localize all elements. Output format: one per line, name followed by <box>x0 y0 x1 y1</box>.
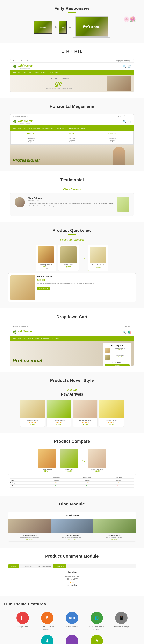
mega-nav-5[interactable]: PROMO PAGE <box>69 128 79 129</box>
blog-preview: Latest News Top 5 Natural Skincare Disco… <box>8 512 136 542</box>
mega-col-item-7[interactable]: Face Mask <box>53 140 91 141</box>
cart-search-icon[interactable]: 🔍 <box>123 330 126 334</box>
mega-col-item-4[interactable]: Body Scrub <box>12 141 51 143</box>
add-to-cart-button[interactable]: Add to Cart <box>37 287 50 290</box>
mega-nav: OUR COLLECTIONS SKIN ROUTINES BLOGGERS' … <box>11 126 133 131</box>
blog-post-1: Top 5 Natural Skincare Discover the best… <box>9 519 51 541</box>
mega-col-item-5[interactable]: Face Wash <box>53 136 91 138</box>
mega-banner: Professional <box>11 144 133 165</box>
checkout-button[interactable]: Checkout <box>104 364 130 366</box>
mega-col-item-11[interactable]: Hair Oil <box>93 140 132 141</box>
mega-search-icon[interactable]: 🔍 <box>123 120 126 123</box>
cart-dropdown: Shopping Cart Soothing Body Oil $24.00 N… <box>103 343 131 366</box>
mega-col-item-6[interactable]: Face Cream <box>53 138 91 140</box>
blog-post-title-3: Organic vs Natural <box>95 534 134 536</box>
mega-col-item-9[interactable]: Shampoo <box>93 136 132 138</box>
blog-post-3: Organic vs Natural What is the differenc… <box>93 519 135 541</box>
feature-label-1: Google Fonts <box>12 626 33 628</box>
mega-col-title-2: FACE CARE <box>53 133 91 135</box>
cart-item-1: Soothing Body Oil $24.00 <box>104 348 130 354</box>
comment-tab-specification[interactable]: SPECIFICATION <box>36 564 54 568</box>
ltr-section: LTR + RTL My Account Contact Us Language… <box>0 42 144 98</box>
ltr-divider <box>68 55 76 55</box>
cart-preview: My Account Contact Us Language ▾ 🌿 Wild … <box>10 325 134 366</box>
compare-header-label <box>10 476 41 478</box>
cart-nav-2[interactable]: SKIN ROUTINES <box>28 338 39 339</box>
compare-img-3 <box>88 449 106 468</box>
mega-col-item-10[interactable]: Conditioner <box>93 138 132 140</box>
comment-tabs: Jennifer DESCRIPTION SPECIFICATION REVIE… <box>9 564 135 568</box>
mega-nav-1[interactable]: OUR COLLECTIONS <box>13 128 26 129</box>
cart-bag-icon[interactable]: 🛍️ <box>128 330 131 334</box>
cart-top-right: Language ▾ <box>124 326 131 327</box>
mega-col-item-8[interactable]: Eye Cream <box>53 141 91 143</box>
cart-nav-4[interactable]: BLOG <box>55 338 58 339</box>
comment-tab-jennifer[interactable]: Jennifer <box>9 564 19 568</box>
ltr-title: LTR + RTL <box>4 49 140 54</box>
mega-nav-2[interactable]: SKIN ROUTINES <box>29 128 40 129</box>
mega-cart-icon[interactable]: 🛒 <box>128 120 131 123</box>
mega-col-1: BODY CARE Body Wash Body Lotion Body Oil… <box>12 133 51 143</box>
hover-product-price-3: $29.00 <box>74 424 96 425</box>
product-old-price-1: $30.00 <box>38 268 54 269</box>
cart-icon[interactable]: 🛒 <box>128 65 131 68</box>
cart-logo-sub: Natural Cosmetics <box>18 333 32 334</box>
hover-section: Products Hover Style Natural New Arrival… <box>0 372 144 433</box>
hover-products: Soothing Body Oil ★★★★★ $24.00 Honey Bod… <box>8 400 136 427</box>
feature-item-8: ⚑ Font Awesome <box>86 635 107 644</box>
compare-col-1: Lemon Oil <box>41 476 72 478</box>
new-arrivals-subtitle: New Arrivals <box>4 392 140 396</box>
search-icon[interactable]: 🔍 <box>123 65 126 68</box>
compare-val-2-2: ★★★★☆ <box>72 482 103 484</box>
compare-label-1: Price <box>10 479 41 481</box>
mega-nav-4[interactable]: MEGA COLS ▾ <box>57 128 67 129</box>
cart-item-img-1 <box>104 348 110 353</box>
feature-label-3: SEO Optimized <box>62 626 82 628</box>
nav-item-1[interactable]: OUR COLLECTIONS <box>13 72 26 74</box>
cart-item-info-2: Natural Candle $18.00 <box>111 355 130 360</box>
megamenu-title: Horizontal Megamenu <box>4 104 140 109</box>
blog-post-excerpt-3: What is the difference between... <box>95 536 134 538</box>
quickview-arrow-icon: → <box>81 255 86 261</box>
blog-header: Latest News <box>9 512 135 519</box>
megamenu-divider <box>68 110 76 110</box>
cart-logo-bar: 🌿 Wild Water Natural Cosmetics 🔍 🛍️ <box>11 328 133 336</box>
quickview-section: Product Quickview Featured Products Soot… <box>0 222 144 308</box>
feature-icon-multilang: 🌐 <box>90 612 103 624</box>
nav-top-bar: My Account Contact Us Language ▾ Currenc… <box>11 59 133 63</box>
logo-name: Wild Water <box>18 64 32 67</box>
nav-item-2[interactable]: SKIN ROUTINES <box>28 72 39 74</box>
modal-product-img <box>11 276 35 300</box>
mega-col-item-12[interactable]: Hair Mask <box>93 141 132 143</box>
plus-separator-2: + <box>69 25 71 30</box>
compare-img-2 <box>60 449 78 468</box>
tablet-screen: Wild Water <box>34 21 52 34</box>
plus-separator-1: + <box>54 25 57 30</box>
mega-col-item-2[interactable]: Body Lotion <box>12 138 51 140</box>
nav-top-right: Language ▾ Currency ▾ <box>116 60 131 62</box>
device-laptop: Professional <box>75 16 108 37</box>
hover-product-name-2: Honey Body Wash <box>48 420 70 421</box>
nav-item-3[interactable]: BLOGGERS' PICK <box>41 72 53 74</box>
mega-col-item-3[interactable]: Body Oil <box>12 140 51 141</box>
feature-label-4: Multi Language & currency <box>86 626 107 630</box>
responsive-devices: Wild Water + WW + Professional 🌸🌺 <box>4 16 140 38</box>
comment-tab-reviews[interactable]: REVIEWS <box>54 564 66 568</box>
blog-post-excerpt-1: Discover the best natural ingredients... <box>10 536 49 538</box>
store-preview: My Account Contact Us Language ▾ Currenc… <box>10 59 134 92</box>
comment-tab-description[interactable]: DESCRIPTION <box>19 564 36 568</box>
mega-col-item-1[interactable]: Body Wash <box>12 136 51 138</box>
compare-table: Lemon Oil Butter Cream Face Wash Price $… <box>8 474 136 489</box>
mega-nav-3[interactable]: BLOGGERS' PICK <box>42 128 55 129</box>
blog-post-title-1: Top 5 Natural Skincare <box>10 534 49 536</box>
store-logo-bar: 🌿 Wild Water Natural Cosmetics 🔍 🛒 <box>11 63 133 70</box>
nav-item-4[interactable]: BLOG <box>55 72 58 74</box>
device-phone: WW <box>59 21 67 34</box>
cart-nav-3[interactable]: BLOGGERS' PICK <box>41 338 53 339</box>
comment-line-2: nice bag very ni <box>11 578 133 580</box>
cart-nav-1[interactable]: OUR COLLECTIONS <box>13 338 26 339</box>
mega-nav-6[interactable]: BLOG <box>81 128 85 129</box>
compare-name-3: Cream Face Wash <box>87 468 107 470</box>
compare-img-1 <box>38 449 56 468</box>
blog-latest-title: Latest News <box>11 514 133 517</box>
